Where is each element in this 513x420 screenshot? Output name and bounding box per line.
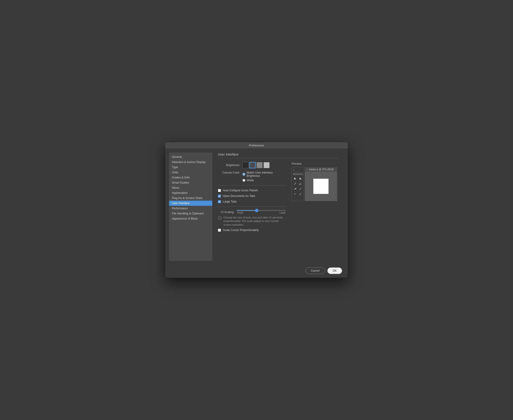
dialog-body: GeneralSelection & Anchor DisplayTypeUni… bbox=[165, 149, 348, 265]
divider-1 bbox=[218, 185, 286, 186]
canvas-tab: × Adobe.ai @ 70% (RGB/ bbox=[305, 167, 337, 172]
sidebar-item-performance[interactable]: Performance bbox=[169, 206, 212, 211]
tool-brush-btn[interactable] bbox=[298, 187, 303, 191]
svg-marker-1 bbox=[300, 178, 302, 180]
sidebar-item-general[interactable]: General bbox=[169, 154, 212, 159]
brightness-label: Brightness: bbox=[218, 164, 240, 167]
brightness-swatch-medium[interactable] bbox=[256, 162, 263, 168]
preview-toolbar-header: « bbox=[292, 168, 303, 172]
svg-point-5 bbox=[296, 188, 296, 189]
content-area: Brightness: Canvas Color: bbox=[218, 162, 338, 261]
sidebar-item-units[interactable]: Units bbox=[169, 170, 212, 175]
sidebar-item-type[interactable]: Type bbox=[169, 165, 212, 170]
svg-line-7 bbox=[299, 193, 301, 195]
sidebar-item-hyphenation[interactable]: Hyphenation bbox=[169, 190, 212, 195]
large-tabs-checkbox[interactable] bbox=[218, 200, 221, 203]
slider-container: Small Large bbox=[237, 210, 286, 214]
canvas-white-area bbox=[313, 179, 328, 194]
cancel-button[interactable]: Cancel bbox=[305, 268, 325, 274]
canvas-tab-title: Adobe.ai @ 70% (RGB/ bbox=[309, 168, 334, 171]
canvas-color-row: Canvas Color: Match User Interface Brigh… bbox=[218, 171, 286, 182]
info-text: Change the size of tools, text and other… bbox=[224, 216, 284, 227]
slider-label-large: Large bbox=[280, 211, 286, 214]
canvas-match-radio[interactable] bbox=[242, 173, 245, 176]
canvas-match-radio-label[interactable]: Match User Interface Brightness bbox=[242, 171, 286, 178]
auto-collapse-row: Auto-Collapse Iconic Panels bbox=[218, 189, 286, 192]
canvas-white-label: White bbox=[247, 179, 254, 182]
main-content: User Interface Brightness: bbox=[212, 152, 344, 261]
open-tabs-checkbox[interactable] bbox=[218, 195, 221, 198]
tool-line-btn[interactable] bbox=[298, 192, 303, 196]
preview-toolbar: « |||||||||||| bbox=[292, 167, 304, 201]
preview-container: « |||||||||||| bbox=[292, 167, 337, 201]
preferences-dialog: Preferences GeneralSelection & Anchor Di… bbox=[165, 142, 348, 278]
right-panel: Preview « |||||||||||| bbox=[292, 162, 338, 261]
title-bar: Preferences bbox=[165, 142, 348, 149]
open-tabs-label[interactable]: Open Documents As Tabs bbox=[223, 194, 255, 198]
brightness-row: Brightness: bbox=[218, 162, 286, 168]
scaling-row: UI Scaling: Small Large bbox=[218, 210, 286, 214]
slider-labels: Small Large bbox=[237, 211, 286, 214]
canvas-color-label: Canvas Color: bbox=[218, 171, 240, 174]
canvas-white-radio[interactable] bbox=[242, 179, 245, 182]
dialog-title: Preferences bbox=[249, 144, 264, 147]
sidebar-item-appearance-black[interactable]: Appearance of Black bbox=[169, 216, 212, 221]
brightness-swatch-light[interactable] bbox=[264, 162, 270, 168]
svg-line-4 bbox=[299, 184, 300, 185]
svg-text:T: T bbox=[294, 193, 296, 195]
auto-collapse-checkbox[interactable] bbox=[218, 189, 221, 192]
slider-label-small: Small bbox=[237, 211, 243, 214]
scale-cursor-row: Scale Cursor Proportionately bbox=[218, 228, 286, 232]
sidebar: GeneralSelection & Anchor DisplayTypeUni… bbox=[169, 152, 212, 261]
canvas-match-label: Match User Interface Brightness bbox=[247, 171, 286, 178]
canvas-white-radio-label[interactable]: White bbox=[242, 179, 286, 182]
left-panel: Brightness: Canvas Color: bbox=[218, 162, 286, 261]
ui-scaling-section: UI Scaling: Small Large bbox=[218, 210, 286, 232]
sidebar-item-slices[interactable]: Slices bbox=[169, 185, 212, 190]
tool-magic-wand-btn[interactable] bbox=[293, 181, 297, 186]
large-tabs-label[interactable]: Large Tabs bbox=[223, 200, 237, 203]
dialog-footer: Cancel OK bbox=[165, 265, 348, 278]
tool-select-btn[interactable] bbox=[293, 176, 297, 181]
toolbar-grid: T bbox=[292, 176, 303, 197]
sidebar-item-plugins-scratch[interactable]: Plug-ins & Scratch Disks bbox=[169, 195, 212, 201]
tool-lasso-btn[interactable] bbox=[298, 181, 303, 186]
sidebar-item-selection-anchor[interactable]: Selection & Anchor Display bbox=[169, 159, 212, 165]
open-tabs-row: Open Documents As Tabs bbox=[218, 194, 286, 198]
brightness-swatches bbox=[242, 162, 270, 168]
info-icon: i bbox=[218, 216, 222, 220]
canvas-color-radio-group: Match User Interface Brightness White bbox=[242, 171, 286, 182]
large-tabs-row: Large Tabs bbox=[218, 200, 286, 203]
canvas-area bbox=[305, 172, 337, 201]
scale-cursor-checkbox[interactable] bbox=[218, 229, 221, 232]
toolbar-collapse-icon[interactable]: « bbox=[293, 168, 295, 171]
ok-button[interactable]: OK bbox=[327, 268, 342, 274]
svg-marker-3 bbox=[295, 183, 296, 184]
tool-text-btn[interactable]: T bbox=[293, 192, 297, 196]
sidebar-item-user-interface[interactable]: User Interface bbox=[169, 201, 212, 206]
auto-collapse-label[interactable]: Auto-Collapse Iconic Panels bbox=[223, 189, 258, 192]
tool-pen-btn[interactable] bbox=[293, 187, 297, 191]
slider-wrapper bbox=[237, 210, 286, 211]
brightness-swatch-dark[interactable] bbox=[249, 162, 256, 168]
brightness-swatch-darkest[interactable] bbox=[242, 162, 249, 168]
svg-marker-0 bbox=[294, 178, 296, 180]
scaling-label: UI Scaling: bbox=[218, 210, 234, 214]
sidebar-item-file-handling[interactable]: File Handling & Clipboard bbox=[169, 211, 212, 216]
section-title: User Interface bbox=[218, 152, 338, 158]
preview-canvas-area: × Adobe.ai @ 70% (RGB/ bbox=[305, 167, 337, 201]
sidebar-item-smart-guides[interactable]: Smart Guides bbox=[169, 180, 212, 185]
svg-line-2 bbox=[294, 183, 295, 185]
info-row: i Change the size of tools, text and oth… bbox=[218, 216, 286, 227]
tool-direct-select-btn[interactable] bbox=[298, 176, 303, 181]
sidebar-item-guides-grid[interactable]: Guides & Grid bbox=[169, 175, 212, 180]
ui-scaling-slider[interactable] bbox=[237, 210, 286, 211]
scale-cursor-label[interactable]: Scale Cursor Proportionately bbox=[223, 228, 259, 232]
canvas-tab-close-icon[interactable]: × bbox=[306, 168, 308, 171]
preview-label: Preview bbox=[292, 162, 338, 165]
